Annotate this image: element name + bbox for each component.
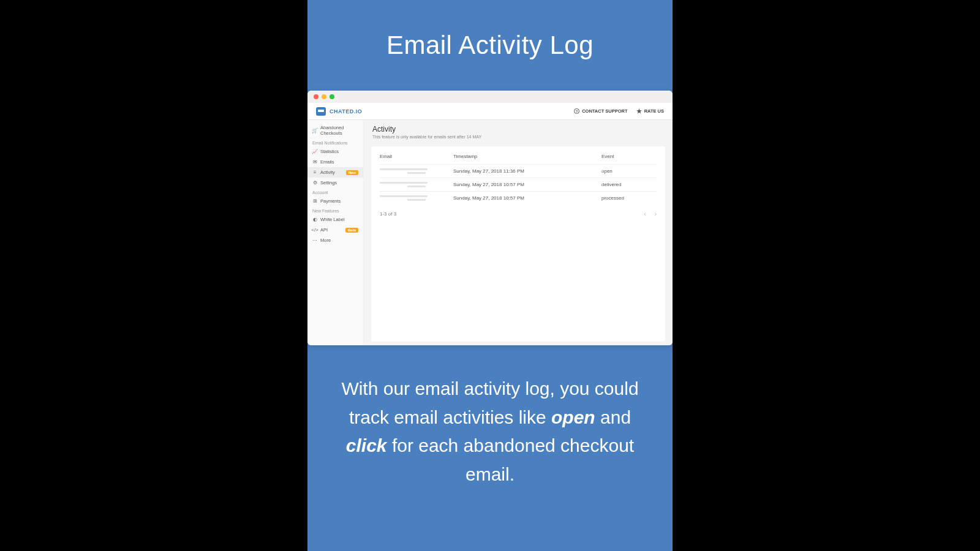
row-timestamp: Sunday, May 27, 2018 11:36 PM [453,168,601,174]
sidebar-item-label: Payments [320,198,341,204]
sidebar-item-api[interactable]: </> API Beta [307,225,363,235]
row-event: delivered [601,182,657,187]
sidebar-item-abandoned-checkouts[interactable]: 🛒 Abandoned Checkouts [307,122,363,138]
new-badge: New [346,170,358,175]
zoom-dot-icon[interactable] [330,94,334,99]
topbar-actions: ? CONTACT SUPPORT ★ RATE US [574,108,664,114]
redaction-bar [380,182,428,184]
pager-next-button[interactable]: › [655,211,657,217]
globe-icon: ◐ [312,217,317,222]
promo-text: for each abandoned checkout email. [387,435,635,484]
table-row: Sunday, May 27, 2018 10:57 PM delivered [380,178,657,191]
sidebar-item-more[interactable]: ⋯ More [307,235,363,246]
table-row: Sunday, May 27, 2018 11:36 PM open [380,164,657,178]
page-title: Activity [372,125,664,133]
col-timestamp: Timestamp [453,154,601,159]
sidebar-item-label: More [320,238,331,243]
app-topbar: CHATED.IO ? CONTACT SUPPORT ★ RATE US [307,103,673,120]
promo-text: and [595,407,631,427]
brand[interactable]: CHATED.IO [316,107,362,116]
chart-icon: 📈 [312,149,317,154]
pager-prev-button[interactable]: ‹ [644,211,646,217]
sidebar-item-label: Statistics [320,149,339,154]
page-note: This feature is only available for email… [372,135,664,139]
gear-icon: ⚙ [312,180,317,186]
sidebar-item-settings[interactable]: ⚙ Settings [307,178,363,188]
payments-icon: ⊞ [312,198,317,204]
row-event: open [601,168,657,174]
row-event: processed [601,195,657,201]
sidebar-item-statistics[interactable]: 📈 Statistics [307,146,363,157]
sidebar-item-emails[interactable]: ✉ Emails [307,157,363,167]
redaction-bar [407,186,426,187]
sidebar-item-activity[interactable]: ≡ Activity New [307,167,363,178]
table-footer: 1-3 of 3 ‹ › [380,204,657,220]
redacted-email [380,182,453,187]
promo-description: With our email activity log, you could t… [307,375,673,489]
app-body: 🛒 Abandoned Checkouts Email Notification… [307,120,673,345]
redaction-bar [380,168,428,170]
close-dot-icon[interactable] [314,94,318,99]
beta-badge: Beta [345,228,358,233]
redacted-email [380,195,453,201]
sidebar-section-new-features: New Features [307,206,363,214]
sidebar-item-label: Emails [320,159,334,165]
sidebar-item-payments[interactable]: ⊞ Payments [307,196,363,206]
promo-em-click: click [346,435,387,455]
table-row: Sunday, May 27, 2018 10:57 PM processed [380,191,657,204]
redaction-bar [407,199,426,201]
contact-support-label: CONTACT SUPPORT [582,108,627,114]
redaction-bar [407,172,426,174]
content-header: Activity This feature is only available … [364,120,673,143]
pagination-count: 1-3 of 3 [380,211,396,217]
row-timestamp: Sunday, May 27, 2018 10:57 PM [453,182,601,187]
redaction-bar [380,195,428,197]
table-header: Email Timestamp Event [380,151,657,164]
row-timestamp: Sunday, May 27, 2018 10:57 PM [453,195,601,201]
sidebar-section-email: Email Notifications [307,138,363,146]
pager: ‹ › [644,211,657,217]
envelope-icon: ✉ [312,159,317,165]
col-event: Event [601,154,657,159]
rate-us-link[interactable]: ★ RATE US [636,108,664,114]
sidebar: 🛒 Abandoned Checkouts Email Notification… [307,120,364,345]
code-icon: </> [312,227,317,233]
sidebar-item-label: API [320,227,328,233]
sidebar-item-label: Abandoned Checkouts [320,125,358,136]
col-email: Email [380,154,453,159]
contact-support-link[interactable]: ? CONTACT SUPPORT [574,108,627,114]
sidebar-item-label: Activity [320,170,335,175]
minimize-dot-icon[interactable] [322,94,326,99]
promo-title: Email Activity Log [386,31,594,60]
activity-card: Email Timestamp Event Sunday, May 27, 20… [371,146,665,342]
rate-us-label: RATE US [644,108,664,114]
sidebar-item-label: White Label [320,217,345,222]
help-icon: ? [574,108,579,114]
sidebar-item-label: Settings [320,180,337,186]
sidebar-item-white-label[interactable]: ◐ White Label [307,214,363,225]
ellipsis-icon: ⋯ [312,238,317,243]
star-icon: ★ [636,108,642,114]
promo-card: Email Activity Log CHATED.IO ? CONTACT S… [307,0,673,551]
promo-em-open: open [551,407,595,427]
window-titlebar [307,91,673,103]
list-icon: ≡ [312,170,317,175]
brand-logo-icon [316,107,326,116]
cart-icon: 🛒 [312,128,317,133]
content-area: Activity This feature is only available … [364,120,673,345]
brand-name: CHATED.IO [330,108,362,114]
app-window: CHATED.IO ? CONTACT SUPPORT ★ RATE US 🛒 … [307,91,673,345]
sidebar-section-account: Account [307,188,363,196]
redacted-email [380,168,453,174]
